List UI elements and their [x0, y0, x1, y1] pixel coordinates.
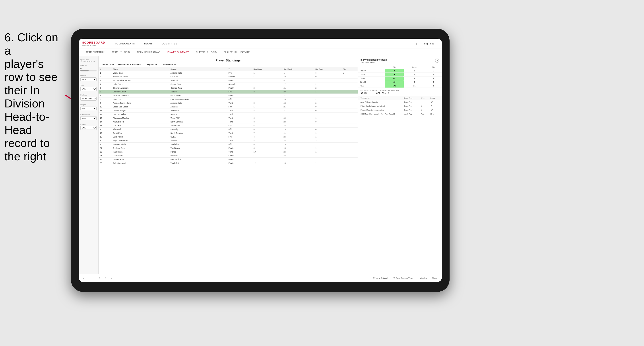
col-school: School	[169, 67, 227, 71]
player-select[interactable]: (All)	[80, 126, 96, 130]
logo-sub: Powered by clippi	[82, 44, 105, 46]
table-row[interactable]: 12 Brendan Valles Auburn Third 7 27 1	[98, 113, 358, 116]
cell-win	[341, 75, 358, 79]
table-row[interactable]: 2 Michael La Sasse Ole Miss Second 1 19 …	[98, 75, 358, 79]
cell-school: Washington	[169, 146, 227, 150]
h2h-table-header: Win Loss Tie	[358, 65, 442, 69]
paste-button[interactable]: ⎗	[104, 276, 107, 280]
cell-school: UCLA	[169, 135, 227, 139]
cell-rds: 0	[314, 120, 341, 124]
gender-select[interactable]: Men	[80, 77, 96, 81]
nav-teams[interactable]: TEAMS	[139, 40, 157, 47]
bottom-toolbar: ↩ ↪ ⎘ ⎗ ↺ 👁 View: Original 💾 Save Custom…	[78, 274, 442, 282]
table-row[interactable]: 24 Bastien Amat New Mexico Fourth 1 27 2	[98, 158, 358, 162]
tab-team-summary[interactable]: TEAM SUMMARY	[82, 48, 108, 56]
cell-conf: 23	[282, 124, 314, 128]
h2h-table: Win Loss Tie Top 10 8 3 2 11-25 20 9 5 2…	[358, 65, 442, 88]
tourn-type: Stroke Play	[404, 101, 422, 103]
tournament-list-header: Tournament Event Type Pos Score	[358, 96, 442, 100]
table-row[interactable]: 16 Alex Goff Kentucky Fifth 8 19 0	[98, 128, 358, 131]
copy-button[interactable]: ⎘	[98, 276, 101, 280]
h2h-win: 20	[385, 73, 404, 76]
cell-conf: 23	[282, 146, 314, 150]
save-custom-button[interactable]: 💾 Save Custom View	[391, 276, 414, 280]
cell-win	[341, 150, 358, 154]
h2h-title-block: In Division Head-to-Head Jackson Koivun	[360, 59, 387, 64]
table-row[interactable]: 14 Maxwell Ford North Carolina Third 3 2…	[98, 120, 358, 124]
table-row[interactable]: 3 Michael Thorbjornsen Stanford Fourth 1…	[98, 79, 358, 82]
tournament-list-item[interactable]: SEC Match Play hosted by Jerry Pate Roun…	[358, 112, 442, 116]
tablet-screen: SCOREBOARD Powered by clippi TOURNAMENTS…	[78, 39, 442, 282]
view-original-button[interactable]: 👁 View: Original	[372, 276, 389, 280]
cell-reg: 1	[252, 105, 282, 109]
tourn-type: Stroke Play	[404, 109, 422, 111]
table-row[interactable]: 18 Luke Powell UCLA First 4 24 1	[98, 135, 358, 139]
table-row[interactable]: 9 Preston Summerhays Arizona State Third…	[98, 101, 358, 105]
cell-school: Tennessee	[169, 124, 227, 128]
col-yr: Yr	[227, 67, 252, 71]
sidebar-no-rds: No Rds. 6	[80, 64, 96, 71]
table-row[interactable]: 1 Wenyi Ding Arizona State First 1 1 6 1	[98, 71, 358, 75]
table-row[interactable]: 19 Tiger Christensen Arizona Third 8 23 …	[98, 139, 358, 143]
cell-rank: 19	[98, 139, 112, 143]
nav-committee[interactable]: COMMITTEE	[157, 40, 182, 47]
table-row[interactable]: 25 Cole Sherwood Vanderbilt Fourth 12 23…	[98, 162, 358, 165]
sidebar-year: Year (All)	[80, 84, 96, 91]
tab-player-summary[interactable]: PLAYER SUMMARY	[164, 48, 192, 56]
tournament-list-item[interactable]: Amer Ari Intercollegiate Stroke Play 4 -…	[358, 100, 442, 104]
main-content: Update time: 27/03/2024 16:56:26 No Rds.…	[78, 56, 442, 274]
conference-select[interactable]: (All)	[80, 116, 96, 120]
table-row[interactable]: 5 Christo Lamprecht Georgia Tech Fourth …	[98, 86, 358, 90]
nav-tournaments[interactable]: TOURNAMENTS	[110, 40, 139, 47]
cell-rds: 1	[314, 150, 341, 154]
cell-player: Jack Lundin	[112, 154, 169, 158]
cell-rank: 12	[98, 113, 112, 116]
division-select[interactable]: NCAA Division I	[80, 97, 96, 101]
cell-reg: 1	[252, 71, 282, 75]
cell-player: Cole Sherwood	[112, 162, 169, 165]
cell-rds: 2	[314, 82, 341, 86]
table-row[interactable]: 8 Mats Ege East Tennessee State Fifth 1 …	[98, 98, 358, 101]
tournament-list-item[interactable]: Fallen Oak Collegiate Invitational Strok…	[358, 104, 442, 108]
tournament-list-item[interactable]: Mirabel Maui Jim Intercollegiate Stroke …	[358, 108, 442, 112]
cell-conf: 24	[282, 135, 314, 139]
cell-win	[341, 135, 358, 139]
tab-player-h2h-grid[interactable]: PLAYER H2H GRID	[192, 48, 220, 56]
redo-button[interactable]: ↪	[88, 276, 93, 280]
nav-items: TOURNAMENTS TEAMS COMMITTEE	[110, 40, 416, 47]
cell-conf: 24	[282, 98, 314, 101]
table-row[interactable]: 4 Luke Claton Florida State Second 1 27 …	[98, 82, 358, 86]
tab-team-h2h-grid[interactable]: TEAM H2H GRID	[108, 48, 133, 56]
table-row[interactable]: 15 Jake Hall Tennessee Fifth 5 23 1	[98, 124, 358, 128]
region-select[interactable]: N/a	[80, 107, 96, 110]
table-row[interactable]: 22 Ian Gilligan Florida Third 10 24 1	[98, 150, 358, 154]
table-row[interactable]: 13 Phichaksn Maichon Texas A&M Third 6 3…	[98, 116, 358, 120]
h2h-record: 98.1% 674 - 33 - 12	[358, 92, 442, 96]
watch-button[interactable]: Watch ▾	[418, 276, 428, 280]
h2h-close-button[interactable]: ✕	[435, 59, 439, 63]
undo-button[interactable]: ↩	[82, 276, 86, 280]
nav-right: | Sign out	[416, 40, 438, 47]
table-row[interactable]: 10 Jacob Mac Obean Arkansas Fifth 1 25 0	[98, 105, 358, 109]
share-button[interactable]: Share	[431, 276, 439, 280]
h2h-loss: 11	[404, 84, 425, 88]
cell-win	[341, 113, 358, 116]
cell-rds: 1	[314, 131, 341, 135]
sign-out-button[interactable]: Sign out	[420, 40, 438, 47]
tab-team-h2h-heatmap[interactable]: TEAM H2H HEATMAP	[133, 48, 164, 56]
year-select[interactable]: (All)	[80, 87, 96, 91]
cell-win	[341, 90, 358, 94]
table-row[interactable]: 6 Jackson Koivun Auburn First 2 29 1	[98, 90, 358, 94]
table-row[interactable]: 21 Taehoon Song Washington Fourth 6 23 1	[98, 146, 358, 150]
table-row[interactable]: 11 Gordon Sargent Vanderbilt Third 4 21 …	[98, 109, 358, 113]
tab-player-h2h-heatmap[interactable]: PLAYER H2H HEATMAP	[220, 48, 253, 56]
cell-rank: 7	[98, 94, 112, 98]
cell-yr: Fourth	[227, 79, 252, 82]
cell-player: Brendan Valles	[112, 113, 169, 116]
tablet-frame: SCOREBOARD Powered by clippi TOURNAMENTS…	[71, 29, 450, 292]
table-row[interactable]: 7 Nicholas Gabrelick North Florida Fourt…	[98, 94, 358, 98]
refresh-button[interactable]: ↺	[110, 276, 114, 280]
table-row[interactable]: 17 David Ford North Carolina Third 7 21 …	[98, 131, 358, 135]
table-row[interactable]: 20 Matthew Riedel Vanderbilt Fifth 8 23 …	[98, 143, 358, 146]
table-row[interactable]: 23 Jack Lundin Missouri Fourth 11 24 1	[98, 154, 358, 158]
